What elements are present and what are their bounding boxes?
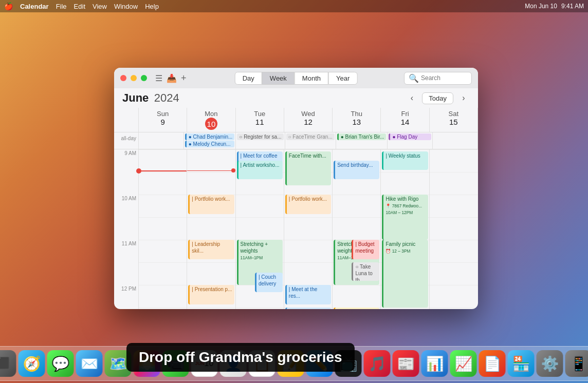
all-day-event-facetime[interactable]: ○ FaceTime Gran... bbox=[286, 133, 335, 140]
day-name-thu: Thu bbox=[334, 110, 379, 118]
event-team-presenta[interactable]: | Team presenta... bbox=[285, 308, 331, 309]
event-leadership[interactable]: | Leadership skil... bbox=[188, 240, 234, 259]
dock-news[interactable]: 📰 bbox=[393, 350, 419, 377]
time-grid-container[interactable]: 9 AM 10 AM 11 AM 12 PM 1 PM 2 PM 3 PM 4 … bbox=[114, 149, 478, 309]
tab-day[interactable]: Day bbox=[235, 72, 262, 85]
day-num-thu: 13 bbox=[334, 118, 379, 126]
dock-messages[interactable]: 💬 bbox=[47, 350, 74, 377]
search-input[interactable] bbox=[421, 74, 467, 82]
event-portfolio-work-wed[interactable]: | Portfolio work... bbox=[285, 195, 331, 214]
event-presentation-mon[interactable]: | Presentation p... bbox=[188, 285, 234, 304]
dock-pages[interactable]: 📄 bbox=[479, 350, 506, 377]
all-day-sat bbox=[433, 132, 478, 149]
menubar-date: Mon Jun 10 bbox=[525, 3, 557, 10]
event-weekly-status[interactable]: | Weekly status bbox=[382, 151, 428, 170]
day-header-sun: Sun 9 bbox=[139, 108, 187, 132]
event-sign-language[interactable]: Sign Language Club⏰ 12 – 2PM bbox=[334, 308, 379, 309]
tooltip-banner: Drop off Grandma's groceries bbox=[126, 343, 355, 372]
day-header-sat: Sat 15 bbox=[430, 108, 478, 132]
day-name-sun: Sun bbox=[140, 110, 186, 118]
inbox-icon[interactable]: 📥 bbox=[167, 73, 177, 83]
search-bar[interactable]: 🔍 bbox=[404, 72, 472, 85]
all-day-wed: ○ FaceTime Gran... bbox=[285, 132, 336, 149]
window-titlebar: ☰ 📥 + Day Week Month Year 🔍 bbox=[114, 68, 478, 88]
tab-month[interactable]: Month bbox=[295, 72, 328, 85]
day-num-sat: 15 bbox=[431, 118, 476, 126]
close-button[interactable] bbox=[120, 75, 126, 81]
day-num-fri: 14 bbox=[382, 118, 428, 126]
all-day-event-register[interactable]: ○ Register for sa... bbox=[237, 133, 283, 140]
all-day-label: all-day bbox=[114, 132, 139, 149]
all-day-row: all-day ● Chad Benjamin... ● Melody Cheu… bbox=[114, 132, 478, 149]
dock-numbers2[interactable]: 📈 bbox=[450, 350, 477, 377]
event-family-picnic[interactable]: Family picnic⏰ 12 – 3PM bbox=[382, 240, 428, 308]
event-portfolio-work-mon[interactable]: | Portfolio work... bbox=[188, 195, 234, 214]
all-day-mon: ● Chad Benjamin... ● Melody Cheun... bbox=[184, 132, 236, 149]
day-header-mon: Mon 10 bbox=[187, 108, 235, 132]
event-send-birthday[interactable]: Send birthday... bbox=[334, 161, 379, 179]
menubar: 🍎 Calendar File Edit View Window Help Mo… bbox=[0, 0, 588, 12]
all-day-tue: ○ Register for sa... bbox=[236, 132, 285, 149]
day-header-thu: Thu 13 bbox=[333, 108, 381, 132]
time-11am: 11 AM bbox=[114, 240, 139, 262]
search-icon: 🔍 bbox=[409, 73, 419, 83]
all-day-event-flagday[interactable]: ● Flag Day bbox=[389, 133, 431, 140]
sidebar-toggle-icon[interactable]: ☰ bbox=[155, 73, 162, 83]
day-name-fri: Fri bbox=[382, 110, 428, 118]
event-take-luna[interactable]: ○ Take Luna to th... bbox=[352, 262, 379, 281]
dock-appstore[interactable]: 🏪 bbox=[508, 350, 535, 377]
calendar-header: June 2024 ‹ Today › bbox=[114, 88, 478, 108]
col-sun bbox=[139, 149, 187, 309]
menubar-edit[interactable]: Edit bbox=[74, 3, 85, 10]
all-day-event-brian[interactable]: ● Brian Tran's Bir... bbox=[337, 133, 387, 140]
day-name-mon: Mon bbox=[188, 110, 234, 118]
time-10am: 10 AM bbox=[114, 195, 139, 217]
menubar-view[interactable]: View bbox=[93, 3, 107, 10]
all-day-event-chad[interactable]: ● Chad Benjamin... bbox=[185, 133, 235, 140]
time-9am: 9 AM bbox=[114, 149, 139, 172]
all-day-event-melody[interactable]: ● Melody Cheun... bbox=[185, 141, 235, 147]
dock-numbers[interactable]: 📊 bbox=[421, 350, 448, 377]
tab-year[interactable]: Year bbox=[328, 72, 357, 85]
day-header-wed: Wed 12 bbox=[284, 108, 333, 132]
dock-launchpad[interactable]: ⬛ bbox=[0, 350, 16, 377]
menubar-file[interactable]: File bbox=[56, 3, 67, 10]
dock-iphone[interactable]: 📱 bbox=[565, 350, 589, 377]
day-num-tue: 11 bbox=[237, 118, 283, 126]
dock-safari[interactable]: 🧭 bbox=[19, 350, 45, 377]
event-budget-meeting[interactable]: | Budget meeting bbox=[352, 240, 379, 259]
next-button[interactable]: › bbox=[457, 92, 470, 104]
col-thu: Send birthday... Stretching + weights11A… bbox=[333, 149, 381, 309]
prev-button[interactable]: ‹ bbox=[406, 92, 418, 104]
day-num-wed: 12 bbox=[285, 118, 331, 126]
dock-sysprefs[interactable]: ⚙️ bbox=[537, 350, 563, 377]
event-artist-workshop[interactable]: | Artist worksho... bbox=[237, 161, 283, 179]
menubar-app-name[interactable]: Calendar bbox=[20, 3, 49, 10]
day-header-fri: Fri 14 bbox=[381, 108, 429, 132]
today-button[interactable]: Today bbox=[422, 92, 453, 104]
all-day-thu: ● Brian Tran's Bir... bbox=[336, 132, 388, 149]
day-name-sat: Sat bbox=[431, 110, 476, 118]
minimize-button[interactable] bbox=[131, 75, 137, 81]
current-time-dot bbox=[136, 168, 141, 174]
menubar-help[interactable]: Help bbox=[145, 3, 159, 10]
event-hike-rigo[interactable]: Hike with Rigo📍 7867 Redwoo...10AM – 12P… bbox=[382, 195, 428, 240]
all-day-sun bbox=[139, 132, 184, 149]
event-couch-delivery[interactable]: | Couch delivery bbox=[255, 273, 283, 292]
event-facetime-wed[interactable]: FaceTime with... bbox=[285, 151, 331, 185]
day-name-tue: Tue bbox=[237, 110, 283, 118]
dock-mail[interactable]: ✉️ bbox=[76, 350, 103, 377]
event-meet-restaurant[interactable]: | Meet at the res... bbox=[285, 285, 331, 304]
week-grid: Sun 9 Mon 10 Tue 11 Wed 12 Thu bbox=[114, 108, 478, 309]
menubar-window[interactable]: Window bbox=[114, 3, 138, 10]
maximize-button[interactable] bbox=[141, 75, 147, 81]
calendar-nav: ‹ Today › bbox=[406, 92, 470, 104]
tab-week[interactable]: Week bbox=[262, 72, 295, 85]
time-labels-col: 9 AM 10 AM 11 AM 12 PM 1 PM 2 PM 3 PM 4 … bbox=[114, 149, 139, 309]
day-num-sun: 9 bbox=[140, 118, 186, 126]
month-year-title: June 2024 bbox=[122, 91, 179, 105]
dock-music[interactable]: 🎵 bbox=[364, 350, 391, 377]
col-tue: | Meet for coffee | Artist worksho... St… bbox=[236, 149, 284, 309]
apple-menu[interactable]: 🍎 bbox=[4, 2, 13, 10]
add-event-button[interactable]: + bbox=[181, 73, 187, 84]
